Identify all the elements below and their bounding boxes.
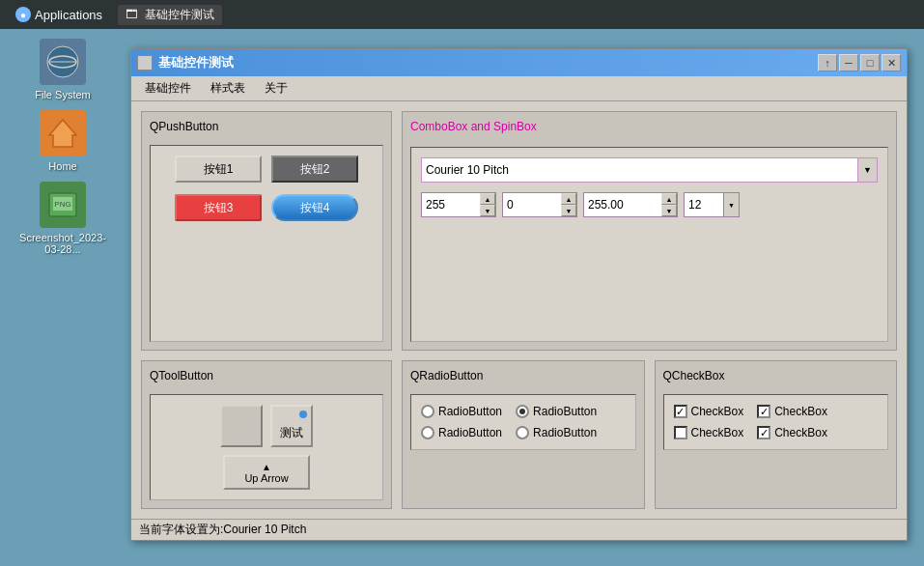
spinbox-row: ▲ ▼ ▲ ▼ (421, 192, 878, 217)
screenshot-icon: PNG (40, 182, 86, 228)
spinbox-1-down[interactable]: ▼ (480, 205, 495, 216)
spinbox-3-up[interactable]: ▲ (661, 193, 677, 205)
combobox-panel: ComboBox and SpinBox ▼ ▲ ▼ (402, 111, 897, 351)
maximize-button[interactable]: □ (860, 54, 880, 71)
radio-circle-4 (516, 426, 529, 439)
qtoolbutton-content: 测试 ▲ Up Arrow (150, 394, 383, 500)
up-arrow-button[interactable]: ▲ Up Arrow (223, 455, 310, 490)
button-1[interactable]: 按钮1 (175, 156, 262, 183)
btn-row-1: 按钮1 按钮2 (160, 156, 373, 183)
test-label: 测试 (272, 425, 311, 441)
status-text: 当前字体设置为:Courier 10 Pitch (139, 522, 306, 538)
check-label-2: CheckBox (774, 405, 827, 418)
check-row-1: ✓ CheckBox ✓ CheckBox (674, 405, 879, 418)
app-icon: ● (15, 7, 31, 22)
radio-circle-2 (516, 405, 529, 418)
svg-marker-3 (49, 120, 76, 147)
spinbox-1: ▲ ▼ (421, 192, 496, 217)
dot-indicator (299, 410, 307, 418)
spinbox-3-input[interactable] (584, 193, 661, 216)
qpushbutton-panel: QPushButton 按钮1 按钮2 按钮3 按钮4 (141, 111, 392, 351)
svg-text:PNG: PNG (54, 200, 70, 209)
arrow-up-icon: ▲ (262, 462, 271, 472)
checkbox-3 (674, 426, 687, 439)
check-item-2[interactable]: ✓ CheckBox (757, 405, 827, 418)
spinbox-2-down[interactable]: ▼ (561, 205, 576, 216)
font-size-combo: ▼ (684, 192, 740, 217)
qcheckbox-panel: QCheckBox ✓ CheckBox ✓ CheckBox (655, 360, 898, 509)
desktop-icon-screenshot[interactable]: PNG Screenshot_2023-03-28... (19, 182, 106, 255)
qcheckbox-content: ✓ CheckBox ✓ CheckBox CheckBox (663, 394, 889, 450)
check-item-4[interactable]: ✓ CheckBox (757, 426, 827, 439)
checkbox-2: ✓ (757, 405, 770, 418)
check-row-2: CheckBox ✓ CheckBox (674, 426, 879, 439)
radio-item-4[interactable]: RadioButton (516, 426, 597, 439)
qradiobutton-label: QRadioButton (410, 369, 636, 382)
menu-stylesheet[interactable]: 样式表 (203, 78, 253, 99)
minimize-button[interactable]: ─ (839, 54, 858, 71)
check-label-3: CheckBox (691, 426, 744, 439)
filesystem-icon (40, 39, 86, 85)
qradiobutton-content: RadioButton RadioButton RadioButton (410, 394, 636, 450)
window-icon-small: 🗔 (126, 8, 137, 21)
menu-about[interactable]: 关于 (257, 78, 295, 99)
qcheckbox-label: QCheckBox (663, 369, 889, 382)
font-combo-box: ▼ (421, 157, 878, 183)
radio-row-1: RadioButton RadioButton (421, 405, 626, 418)
spinbox-2-input[interactable] (503, 193, 561, 216)
combobox-content: ▼ ▲ ▼ ▲ (410, 147, 888, 342)
check-item-3[interactable]: CheckBox (674, 426, 744, 439)
arrow-label: Up Arrow (244, 472, 288, 484)
font-size-input[interactable] (685, 193, 723, 216)
radio-label-1: RadioButton (438, 405, 502, 418)
radio-item-1[interactable]: RadioButton (421, 405, 502, 418)
home-icon (40, 110, 86, 156)
desktop-icon-home[interactable]: Home (19, 110, 106, 172)
qpushbutton-label: QPushButton (150, 120, 383, 133)
radio-label-2: RadioButton (533, 405, 597, 418)
spinbox-2: ▲ ▼ (502, 192, 577, 217)
desktop-area: File System Home PNG Screenshot_2023-03-… (0, 29, 126, 566)
qradiobutton-panel: QRadioButton RadioButton RadioButton (402, 360, 645, 509)
tool-button-test[interactable]: 测试 (270, 405, 313, 447)
qtoolbutton-panel: QToolButton 测试 ▲ Up Arrow (141, 360, 392, 509)
btn-row-2: 按钮3 按钮4 (160, 194, 373, 221)
spinbox-3: ▲ ▼ (583, 192, 678, 217)
close-button[interactable]: ✕ (882, 54, 901, 71)
dialog-content: QPushButton 按钮1 按钮2 按钮3 按钮4 ComboBox and… (131, 101, 907, 519)
dialog-titlebar: 基础控件测试 ↑ ─ □ ✕ (131, 49, 907, 76)
tool-btn-row: 测试 (220, 405, 313, 447)
spinbox-2-buttons: ▲ ▼ (561, 193, 576, 216)
dialog-title: 基础控件测试 (158, 54, 234, 71)
qpushbutton-content: 按钮1 按钮2 按钮3 按钮4 (150, 145, 383, 342)
desktop-icon-filesystem[interactable]: File System (19, 39, 106, 100)
filesystem-label: File System (35, 89, 90, 100)
radio-item-2[interactable]: RadioButton (516, 405, 597, 418)
spinbox-2-up[interactable]: ▲ (561, 193, 576, 205)
restore-button[interactable]: ↑ (818, 54, 837, 71)
menu-basic-controls[interactable]: 基础控件 (137, 78, 199, 99)
checkbox-1: ✓ (674, 405, 687, 418)
check-item-1[interactable]: ✓ CheckBox (674, 405, 744, 418)
tool-button-square[interactable] (220, 405, 263, 447)
radio-row-2: RadioButton RadioButton (421, 426, 626, 439)
button-2[interactable]: 按钮2 (271, 156, 358, 183)
checkbox-4: ✓ (757, 426, 770, 439)
font-combo-arrow[interactable]: ▼ (858, 157, 878, 183)
spinbox-1-input[interactable] (422, 193, 480, 216)
radio-circle-1 (421, 405, 434, 418)
top-panels-row: QPushButton 按钮1 按钮2 按钮3 按钮4 ComboBox and… (141, 111, 897, 351)
radio-item-3[interactable]: RadioButton (421, 426, 502, 439)
taskbar-window-button[interactable]: 🗔 基础控件测试 (118, 5, 222, 25)
button-3[interactable]: 按钮3 (175, 194, 262, 221)
font-size-arrow[interactable]: ▼ (723, 193, 739, 216)
bottom-panels-row: QToolButton 测试 ▲ Up Arrow (141, 360, 897, 509)
button-4[interactable]: 按钮4 (271, 194, 358, 221)
radio-circle-3 (421, 426, 434, 439)
menubar: 基础控件 样式表 关于 (131, 76, 907, 101)
taskbar-app-item[interactable]: ● Applications (8, 5, 110, 24)
font-combo-input[interactable] (421, 157, 858, 183)
spinbox-1-up[interactable]: ▲ (480, 193, 495, 205)
spinbox-3-down[interactable]: ▼ (661, 205, 677, 216)
radio-label-4: RadioButton (533, 426, 597, 439)
